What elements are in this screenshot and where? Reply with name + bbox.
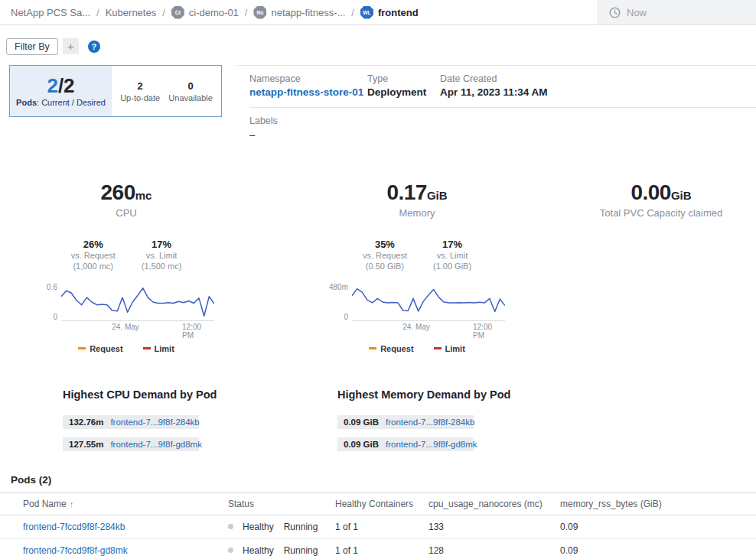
- cpu-sparkline: [61, 283, 214, 321]
- highest-cpu-demand: Highest CPU Demand by Pod 132.76m fronte…: [63, 388, 275, 451]
- breadcrumb: NetApp PCS Sa... / Kubernetes / CI ci-de…: [0, 0, 598, 24]
- cpu-demand-bar: 127.55m frontend-7...9f8f-gd8mk: [63, 437, 199, 451]
- pvc-label: Total PVC Capacity claimed: [600, 207, 722, 219]
- memory-metric: 0.17GiB Memory 35% vs. Request (0.50 GiB…: [268, 180, 566, 353]
- request-dash-icon: [78, 347, 86, 349]
- namespace-field: Namespace netapp-fitness-store-01: [249, 73, 367, 98]
- legend-request[interactable]: Request: [369, 344, 413, 353]
- memory-vs-request: 35% vs. Request (0.50 GiB): [363, 239, 407, 272]
- column-header-cpu-usage[interactable]: cpu_usage_nanocores (mc): [429, 499, 560, 509]
- highest-cpu-demand-title: Highest CPU Demand by Pod: [63, 388, 275, 401]
- help-icon[interactable]: ?: [88, 41, 100, 53]
- date-created-field: Date Created Apr 11, 2023 11:34 AM: [440, 73, 756, 98]
- cpu-chart-legend: Request Limit: [78, 344, 174, 353]
- memory-demand-bar: 0.09 GiB frontend-7...9f8f-gd8mk: [337, 437, 474, 451]
- workload-info-panel: Namespace netapp-fitness-store-01 Type D…: [237, 65, 756, 141]
- legend-limit[interactable]: Limit: [143, 344, 174, 353]
- legend-limit[interactable]: Limit: [434, 344, 465, 353]
- add-filter-button[interactable]: +: [63, 38, 79, 54]
- healthy-containers-cell: 1 of 1: [335, 545, 429, 556]
- cpu-metric: 260mc CPU 26% vs. Request (1,000 mc) 17%…: [0, 180, 253, 353]
- memory-rss-cell: 0.09: [560, 545, 756, 556]
- pvc-value: 0.00GiB: [631, 180, 691, 205]
- type-field: Type Deployment: [367, 73, 440, 98]
- column-header-healthy-containers[interactable]: Healthy Containers: [335, 499, 429, 509]
- pod-link[interactable]: frontend-7...9f8f-284kb: [386, 418, 474, 427]
- memory-vs-limit: 17% vs. Limit (1.00 GiB): [433, 239, 471, 272]
- time-range-label: Now: [627, 7, 647, 18]
- table-row: frontend-7fccd9f8f-284kb Healthy Running…: [0, 515, 756, 539]
- pods-section-title: Pods (2): [0, 474, 756, 486]
- memory-sparkline: [352, 283, 505, 321]
- cpu-vs-limit: 17% vs. Limit (1,500 mc): [142, 239, 182, 272]
- table-row: frontend-7fccd9f8f-gd8mk Healthy Running…: [0, 539, 756, 559]
- cpu-usage-cell: 133: [429, 522, 560, 532]
- breadcrumb-item-workload: WL frontend: [360, 6, 419, 19]
- namespace-icon: Ns: [253, 6, 266, 19]
- request-dash-icon: [369, 347, 376, 349]
- pod-name-link[interactable]: frontend-7fccd9f8f-284kb: [23, 522, 228, 532]
- metrics-row: 260mc CPU 26% vs. Request (1,000 mc) 17%…: [0, 180, 756, 353]
- cpu-stats: 26% vs. Request (1,000 mc) 17% vs. Limit…: [71, 239, 182, 272]
- demand-row: Highest CPU Demand by Pod 132.76m fronte…: [0, 388, 756, 451]
- memory-chart-xaxis: 24. May 12:00 PM: [352, 321, 505, 332]
- memory-label: Memory: [399, 207, 435, 219]
- filter-toolbar: Filter By + ?: [0, 25, 756, 57]
- breadcrumb-item-kubernetes[interactable]: Kubernetes: [106, 7, 157, 18]
- pods-section: Pods (2) Pod Name↑ Status Healthy Contai…: [0, 474, 756, 559]
- breadcrumb-item-tenant[interactable]: NetApp PCS Sa...: [11, 7, 90, 18]
- memory-chart-legend: Request Limit: [369, 344, 465, 353]
- cpu-chart-xaxis: 24. May 12:00 PM: [61, 321, 214, 332]
- cpu-value: 260mc: [101, 180, 152, 205]
- breadcrumb-item-cluster[interactable]: CI ci-demo-01: [171, 6, 239, 19]
- highest-memory-demand-title: Highest Memory Demand by Pod: [337, 388, 549, 401]
- limit-dash-icon: [143, 347, 151, 349]
- breadcrumb-separator: /: [351, 7, 354, 18]
- memory-rss-cell: 0.09: [560, 522, 756, 532]
- highest-memory-demand: Highest Memory Demand by Pod 0.09 GiB fr…: [337, 388, 549, 451]
- column-header-memory-rss[interactable]: memory_rss_bytes (GiB): [560, 499, 756, 509]
- memory-sparkline-plot: [352, 283, 505, 321]
- pod-link[interactable]: frontend-7...9f8f-284kb: [110, 418, 199, 427]
- breadcrumb-separator: /: [96, 7, 99, 18]
- up-to-date-stat: 2 Up-to-date: [120, 80, 160, 102]
- cluster-icon: CI: [171, 6, 184, 19]
- legend-request[interactable]: Request: [78, 344, 122, 353]
- filter-by-button[interactable]: Filter By: [6, 38, 58, 55]
- overview-row: 2/2 Pods: Current / Desired 2 Up-to-date…: [9, 65, 756, 141]
- cpu-usage-cell: 128: [429, 545, 560, 556]
- cpu-vs-request: 26% vs. Request (1,000 mc): [71, 239, 116, 272]
- memory-demand-bar: 0.09 GiB frontend-7...9f8f-284kb: [337, 415, 474, 429]
- pods-table-header: Pod Name↑ Status Healthy Containers cpu_…: [0, 493, 756, 515]
- pods-summary-stats: 2 Up-to-date 0 Unavailable: [112, 66, 221, 116]
- memory-value: 0.17GiB: [386, 180, 447, 205]
- cpu-sparkline-plot: [61, 283, 214, 321]
- labels-field: Labels –: [249, 108, 756, 141]
- pod-name-link[interactable]: frontend-7fccd9f8f-gd8mk: [23, 545, 228, 556]
- cpu-chart-yaxis: 0.6 0: [38, 283, 61, 321]
- column-header-status[interactable]: Status: [228, 499, 335, 509]
- namespace-link[interactable]: netapp-fitness-store-01: [249, 86, 367, 98]
- memory-chart-yaxis: 480m 0: [329, 283, 352, 321]
- cpu-label: CPU: [116, 207, 136, 219]
- breadcrumb-separator: /: [245, 7, 248, 18]
- pod-link[interactable]: frontend-7...9f8f-gd8mk: [110, 440, 202, 449]
- column-header-pod-name[interactable]: Pod Name↑: [23, 499, 228, 509]
- time-range-selector[interactable]: Now: [598, 0, 756, 24]
- pod-link[interactable]: frontend-7...9f8f-gd8mk: [386, 440, 477, 449]
- cpu-demand-bar: 132.76m frontend-7...9f8f-284kb: [63, 415, 199, 429]
- memory-chart: 480m 0 24. May 12:00 PM: [329, 283, 505, 332]
- pods-ratio-label: Pods: Current / Desired: [16, 98, 106, 107]
- status-cell: Healthy Running: [228, 545, 335, 556]
- unavailable-stat: 0 Unavailable: [168, 80, 212, 102]
- status-dot-icon: [228, 548, 233, 553]
- breadcrumb-separator: /: [162, 7, 165, 18]
- pods-ratio: 2/2: [47, 75, 74, 97]
- sort-asc-icon: ↑: [70, 499, 74, 509]
- info-fields: Namespace netapp-fitness-store-01 Type D…: [249, 73, 756, 108]
- top-bar: NetApp PCS Sa... / Kubernetes / CI ci-de…: [0, 0, 756, 25]
- pods-summary-card[interactable]: 2/2 Pods: Current / Desired 2 Up-to-date…: [9, 65, 222, 117]
- status-dot-icon: [228, 524, 233, 529]
- limit-dash-icon: [434, 347, 442, 349]
- breadcrumb-item-namespace[interactable]: Ns netapp-fitness-...: [253, 6, 345, 19]
